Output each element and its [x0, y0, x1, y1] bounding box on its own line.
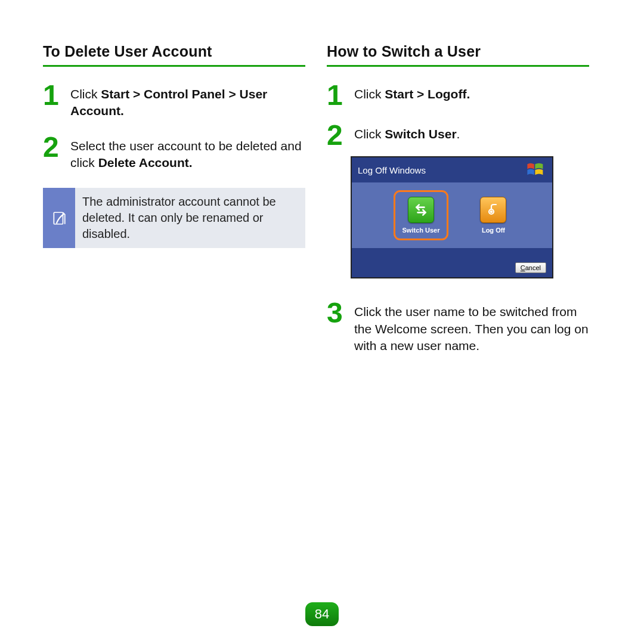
step-number: 1	[327, 82, 351, 108]
dialog-title: Log Off Windows	[358, 165, 426, 175]
dialog-titlebar: Log Off Windows	[352, 157, 552, 182]
dialog-body: Switch User Log Off	[352, 182, 552, 248]
log-off-label: Log Off	[482, 227, 505, 234]
step-text: Click the user name to be switched from …	[354, 302, 589, 354]
step-text: Click Start > Control Panel > User Accou…	[70, 85, 305, 120]
bold-text: Delete Account.	[98, 156, 193, 169]
logoff-dialog: Log Off Windows	[351, 156, 553, 278]
heading-switch-user: How to Switch a User	[327, 43, 589, 67]
step-text: Click Start > Logoff.	[354, 85, 589, 103]
bold-text: Start > Logoff.	[385, 87, 470, 101]
text: Click	[354, 127, 385, 141]
right-step-3: 3 Click the user name to be switched fro…	[327, 302, 589, 354]
right-step-2: 2 Click Switch User.	[327, 125, 589, 148]
windows-flag-icon	[526, 162, 546, 178]
step-number: 3	[327, 300, 351, 326]
right-step-1: 1 Click Start > Logoff.	[327, 85, 589, 108]
cancel-underline: C	[521, 264, 525, 271]
text: Click	[354, 87, 385, 101]
log-off-button[interactable]: Log Off	[480, 197, 506, 234]
cancel-rest: ancel	[525, 264, 541, 271]
heading-delete-user: To Delete User Account	[43, 43, 305, 67]
switch-user-label: Switch User	[402, 227, 440, 234]
note-icon	[43, 188, 75, 248]
step-text: Select the user account to be deleted an…	[70, 137, 305, 172]
step-text: Click Switch User.	[354, 125, 589, 143]
left-step-1: 1 Click Start > Control Panel > User Acc…	[43, 85, 305, 120]
log-off-icon	[480, 197, 506, 223]
text: .	[457, 127, 460, 141]
step-number: 2	[43, 134, 67, 160]
page-number: 84	[305, 602, 339, 626]
step-number: 2	[327, 122, 351, 148]
bold-text: Switch User	[385, 127, 456, 141]
cancel-button[interactable]: Cancel	[515, 262, 546, 273]
note-text: The administrator account cannot be dele…	[75, 188, 305, 248]
dialog-footer: Cancel	[352, 258, 552, 277]
note-box: The administrator account cannot be dele…	[43, 188, 305, 248]
svg-rect-0	[54, 212, 63, 224]
left-column: To Delete User Account 1 Click Start > C…	[43, 43, 305, 371]
switch-user-icon	[408, 197, 434, 223]
left-step-2: 2 Select the user account to be deleted …	[43, 137, 305, 172]
svg-point-2	[491, 211, 492, 212]
step-number: 1	[43, 82, 67, 108]
switch-user-button[interactable]: Switch User	[398, 194, 445, 236]
right-column: How to Switch a User 1 Click Start > Log…	[327, 43, 589, 371]
text: Click	[70, 87, 101, 101]
